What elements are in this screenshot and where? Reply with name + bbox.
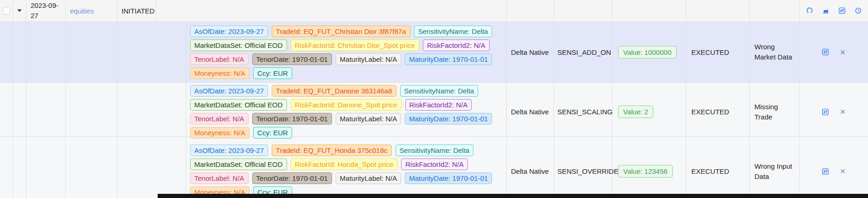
status-spacer-cell [117, 22, 186, 82]
tag-riskfactorid2: RiskFactorId2: N/A [405, 99, 472, 111]
tag-list: AsOfDate: 2023-09-27TradeId: EQ_FUT_Chri… [190, 26, 492, 79]
caret-cell [13, 83, 26, 141]
tag-riskfactorid: RiskFactorId: Christian Dior_Spot price [291, 40, 419, 51]
scope-cell: equities [66, 0, 117, 21]
reason-cell: Missing Trade [750, 83, 800, 141]
tags-cell: AsOfDate: 2023-09-27TradeId: EQ_FUT_Hond… [186, 137, 507, 198]
tag-sensitivityname: SensitivityName: Delta [396, 145, 474, 156]
group-status-cell: INITIATED [117, 0, 156, 21]
tag-ccy: Ccy: EUR [253, 67, 292, 79]
group-toolbar [800, 7, 868, 14]
tag-asofdate: AsOfDate: 2023-09-27 [190, 145, 268, 156]
scope-cell [66, 22, 117, 82]
date-cell [26, 22, 66, 82]
reason-cell: Wrong Market Data [750, 22, 800, 82]
tags-cell: AsOfDate: 2023-09-27TradeId: EQ_FUT_Dano… [186, 83, 507, 141]
refresh-icon[interactable] [806, 7, 813, 14]
toolbar-cell [800, 0, 868, 21]
history-icon[interactable] [855, 7, 862, 14]
operation-cell: SENSI_SCALING [554, 83, 613, 141]
tags-cell: AsOfDate: 2023-09-27TradeId: EQ_FUT_Chri… [186, 22, 507, 82]
checkbox-cell [0, 22, 13, 82]
status-spacer-cell [117, 83, 186, 141]
tag-maturitydate: MaturityDate: 1970-01-01 [405, 113, 492, 125]
operation-cell: SENSI_OVERRIDE [554, 137, 613, 198]
header-empty-cell [613, 0, 686, 21]
header-empty-cell [507, 0, 554, 21]
execution-status: EXECUTED [691, 48, 729, 56]
tag-tradeid: TradeId: EQ_FUT_Honda 375c018c [272, 145, 391, 156]
sensitivity-type-cell: Delta Native [507, 137, 554, 198]
header-empty-cell [554, 0, 613, 21]
tag-maturitylabel: MaturityLabel: N/A [336, 53, 401, 65]
tag-maturitydate: MaturityDate: 1970-01-01 [405, 172, 492, 184]
header-spacer-cell [156, 0, 507, 21]
sensitivity-type: Delta Native [511, 167, 549, 175]
value-cell: Value: 123456 [613, 137, 686, 198]
tag-tenordate: TenorDate: 1970-01-01 [252, 172, 332, 184]
tag-asofdate: AsOfDate: 2023-09-27 [190, 85, 268, 97]
area-chart-icon[interactable] [822, 7, 830, 14]
status-cell: EXECUTED [686, 137, 750, 198]
tag-marketdataset: MarketDataSet: Official EOD [190, 99, 287, 111]
tag-marketdataset: MarketDataSet: Official EOD [190, 40, 287, 51]
operation-cell: SENSI_ADD_ON [554, 22, 613, 82]
row-actions-cell [800, 83, 868, 141]
row-close-icon[interactable] [839, 49, 846, 56]
value-cell: Value: 1000000 [613, 22, 686, 82]
value-badge: Value: 1000000 [618, 46, 677, 59]
tag-tenordate: TenorDate: 1970-01-01 [252, 53, 332, 65]
tag-riskfactorid: RiskFactorId: Danone_Spot price [291, 99, 402, 111]
date-cell [26, 83, 66, 141]
sensitivity-type-cell: Delta Native [507, 83, 554, 141]
value-cell: Value: 2 [613, 83, 686, 141]
rows-container: AsOfDate: 2023-09-27TradeId: EQ_FUT_Chri… [0, 22, 868, 198]
header-empty-cell [750, 0, 800, 21]
collapse-caret-icon[interactable] [17, 9, 22, 12]
row-close-icon[interactable] [839, 108, 846, 115]
sensitivity-type-cell: Delta Native [507, 22, 554, 82]
caret-cell [13, 137, 26, 198]
scope-link[interactable]: equities [70, 7, 94, 15]
status-cell: EXECUTED [686, 83, 750, 141]
tag-tenordate: TenorDate: 1970-01-01 [252, 113, 332, 125]
caret-cell [13, 22, 26, 82]
group-status: INITIATED [121, 7, 154, 15]
tag-tradeid: TradeId: EQ_FUT_Christian Dior 3f87f87a [272, 26, 410, 37]
checkbox-cell [0, 83, 13, 141]
select-all-checkbox[interactable] [3, 7, 10, 14]
row-sliders-icon[interactable] [822, 168, 829, 175]
scope-cell [66, 137, 117, 198]
row-close-icon[interactable] [839, 168, 846, 175]
table-row[interactable]: AsOfDate: 2023-09-27TradeId: EQ_FUT_Chri… [0, 22, 868, 83]
checkbox-cell [0, 137, 13, 198]
table-row[interactable]: AsOfDate: 2023-09-27TradeId: EQ_FUT_Dano… [0, 83, 868, 137]
tag-riskfactorid: RiskFactorId: Honda_Spot price [291, 158, 398, 170]
operation-name: SENSI_ADD_ON [557, 48, 611, 56]
tag-sensitivityname: SensitivityName: Delta [414, 26, 492, 37]
sensitivity-type: Delta Native [511, 108, 549, 116]
row-sliders-icon[interactable] [822, 48, 829, 56]
row-actions [800, 168, 868, 175]
header-empty-cell [686, 0, 750, 21]
tag-maturitydate: MaturityDate: 1970-01-01 [405, 53, 492, 65]
group-date: 2023-09-27 [31, 0, 61, 21]
tag-maturitylabel: MaturityLabel: N/A [336, 113, 401, 125]
execution-status: EXECUTED [691, 108, 729, 116]
tag-tenorlabel: TenorLabel: N/A [190, 53, 249, 65]
status-spacer-cell [117, 137, 186, 198]
row-actions-cell [800, 22, 868, 82]
tag-list: AsOfDate: 2023-09-27TradeId: EQ_FUT_Hond… [190, 145, 492, 198]
checkbox-cell [0, 0, 13, 21]
tag-maturitylabel: MaturityLabel: N/A [336, 172, 401, 184]
sensitivity-type: Delta Native [511, 48, 549, 56]
row-sliders-icon[interactable] [822, 108, 829, 116]
tag-sensitivityname: SensitivityName: Delta [400, 85, 479, 97]
caret-cell [13, 0, 26, 21]
table-row[interactable]: AsOfDate: 2023-09-27TradeId: EQ_FUT_Hond… [0, 137, 868, 198]
bottom-overlay-bar [158, 194, 868, 198]
operation-name: SENSI_OVERRIDE [557, 167, 619, 175]
group-header-row: 2023-09-27 equities INITIATED [0, 0, 868, 22]
sliders-icon[interactable] [838, 7, 846, 14]
row-actions [800, 48, 868, 56]
